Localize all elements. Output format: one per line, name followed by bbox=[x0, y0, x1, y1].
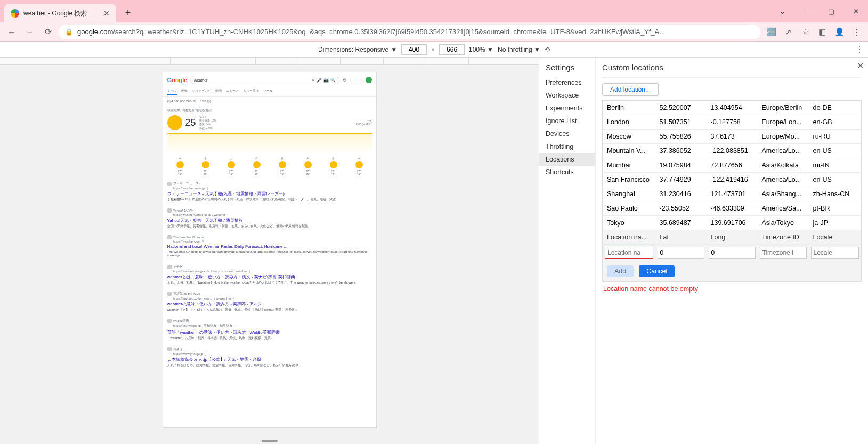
browser-tab[interactable]: weather - Google 検索 ✕ bbox=[4, 4, 116, 22]
search-tab[interactable]: ニュース bbox=[226, 88, 239, 95]
maximize-icon[interactable]: ▢ bbox=[819, 0, 843, 22]
forecast-day[interactable]: 土27°19° bbox=[218, 157, 244, 176]
forward-button[interactable]: → bbox=[22, 25, 37, 39]
devtools-settings-panel: Settings PreferencesWorkspaceExperiments… bbox=[539, 58, 868, 444]
search-result[interactable]: 英ナビ!https://www.ei-navi.jp › dictionary … bbox=[163, 261, 376, 288]
table-row[interactable]: São Paulo-23.55052-46.633309America/Sa..… bbox=[603, 201, 862, 216]
search-result[interactable]: The Weather Channelhttps://weather.com ⋮… bbox=[163, 232, 376, 262]
locale-input[interactable] bbox=[811, 247, 859, 259]
search-result[interactable]: Weblio辞書https://ejje.weblio.jp › 英和辞典・和英… bbox=[163, 316, 376, 344]
google-logo[interactable]: Google bbox=[167, 77, 188, 83]
forecast-day[interactable]: 金27°19° bbox=[193, 157, 218, 176]
gear-icon[interactable]: ⚙ bbox=[343, 78, 346, 83]
location-name-input[interactable] bbox=[605, 247, 653, 259]
weather-card: 検索結果: 関連地点 地域を選択 : 25 °C | °F 降水確率: 15%湿… bbox=[163, 106, 376, 178]
bookmark-icon[interactable]: ☆ bbox=[798, 25, 813, 39]
forecast-day[interactable]: 木27°19° bbox=[167, 157, 193, 176]
search-tab[interactable]: 動画 bbox=[215, 88, 222, 95]
apps-icon[interactable]: ⋮⋮⋮ bbox=[350, 78, 362, 83]
action-row: Add Cancel bbox=[602, 261, 862, 282]
reload-button[interactable]: ⟳ bbox=[40, 25, 55, 39]
sidebar-item-shortcuts[interactable]: Shortcuts bbox=[539, 166, 595, 179]
dimensions-select[interactable]: Dimensions: Responsive ▼ bbox=[318, 46, 397, 53]
device-viewport: Google weather ✕ 🎤 📷 🔍 ⚙ ⋮⋮⋮ すべて画像ショッピング… bbox=[0, 58, 539, 444]
panel-title: Custom locations bbox=[602, 63, 862, 72]
minimize-icon[interactable]: — bbox=[794, 0, 819, 22]
height-input[interactable] bbox=[439, 44, 465, 55]
sidebar-item-preferences[interactable]: Preferences bbox=[539, 76, 595, 89]
table-row[interactable]: Mumbai19.07598472.877656Asia/Kolkatamr-I… bbox=[603, 158, 862, 173]
table-header: Location na...LatLongTimezone IDLocale bbox=[603, 230, 862, 245]
table-row[interactable]: London51.507351-0.127758Europe/Lon...en-… bbox=[603, 115, 862, 130]
avatar[interactable] bbox=[366, 77, 372, 83]
menu-icon[interactable]: ⋮ bbox=[849, 25, 864, 39]
new-tab-button[interactable]: + bbox=[120, 5, 135, 20]
close-icon[interactable]: ✕ bbox=[843, 0, 868, 22]
device-toolbar: Dimensions: Responsive ▼ × 100% ▼ No thr… bbox=[0, 42, 868, 58]
sidebar-item-locations[interactable]: Locations bbox=[539, 153, 595, 166]
search-tab[interactable]: ツール bbox=[263, 88, 273, 95]
settings-sidebar: Settings PreferencesWorkspaceExperiments… bbox=[539, 58, 596, 444]
long-input[interactable] bbox=[709, 247, 756, 259]
table-row[interactable]: Moscow55.75582637.6173Europe/Mo...ru-RU bbox=[603, 130, 862, 144]
lat-input[interactable] bbox=[658, 247, 704, 259]
search-tab[interactable]: すべて bbox=[167, 88, 177, 95]
table-row[interactable]: Mountain V...37.386052-122.083851America… bbox=[603, 144, 862, 158]
chevron-down-icon[interactable]: ⌄ bbox=[770, 0, 794, 22]
forecast-day[interactable]: 火27°19° bbox=[295, 157, 321, 176]
cancel-button[interactable]: Cancel bbox=[639, 265, 675, 277]
lens-icon[interactable]: 📷 bbox=[323, 78, 329, 83]
tab-close-icon[interactable]: ✕ bbox=[103, 9, 110, 18]
timezone-input[interactable] bbox=[760, 247, 807, 259]
address-bar: ← → ⟳ 🔒 google.com/search?q=weather&rlz=… bbox=[0, 22, 868, 42]
mic-icon[interactable]: 🎤 bbox=[317, 78, 322, 83]
clear-icon[interactable]: ✕ bbox=[311, 78, 315, 83]
search-result[interactable]: ウェザーニュースhttps://weathernews.jp ⋮ウェザーニュース… bbox=[163, 178, 376, 205]
ruler bbox=[0, 58, 539, 65]
search-tab[interactable]: ショッピング bbox=[192, 88, 211, 95]
forecast-day[interactable]: 日27°19° bbox=[244, 157, 270, 176]
zoom-select[interactable]: 100% ▼ bbox=[469, 46, 493, 53]
profile-icon[interactable]: 👤 bbox=[832, 25, 847, 39]
sidebar-item-ignore-list[interactable]: Ignore List bbox=[539, 115, 595, 127]
search-result[interactable]: 英辞郎 on the WEBhttps://eow.alc.co.jp › se… bbox=[163, 288, 376, 316]
search-result[interactable]: 気象庁https://www.jma.go.jp ⋮日本気象協会 tenki.j… bbox=[163, 344, 376, 371]
add-button[interactable]: Add bbox=[607, 265, 634, 277]
sun-icon bbox=[167, 115, 182, 130]
search-result[interactable]: Yahoo! JAPANhttps://weather.yahoo.co.jp … bbox=[163, 205, 376, 232]
translate-icon[interactable]: 🔤 bbox=[764, 25, 778, 39]
error-message: Location name cannot be empty bbox=[602, 282, 862, 296]
url-input[interactable]: 🔒 google.com/search?q=weather&rlz=1C1YTU… bbox=[59, 25, 760, 39]
url-path: /search?q=weather&rlz=1C1YTUH_zh-CNHK102… bbox=[113, 28, 665, 36]
search-tab[interactable]: もっと見る bbox=[243, 88, 259, 95]
table-row[interactable]: Shanghai31.230416121.473701Asia/Shang...… bbox=[603, 187, 862, 201]
devtools-more-icon[interactable]: ⋮ bbox=[855, 44, 864, 54]
table-row[interactable]: San Francisco37.774929-122.419416America… bbox=[603, 173, 862, 187]
sidebar-item-workspace[interactable]: Workspace bbox=[539, 89, 595, 102]
temp-chart bbox=[167, 133, 372, 155]
search-input[interactable]: weather ✕ 🎤 📷 🔍 bbox=[190, 76, 339, 84]
toolbar-icons: 🔤 ↗ ☆ ◧ 👤 ⋮ bbox=[764, 25, 864, 39]
forecast-day[interactable]: 水27°19° bbox=[321, 157, 346, 176]
width-input[interactable] bbox=[401, 44, 427, 55]
table-row[interactable]: Tokyo35.689487139.691706Asia/Tokyoja-JP bbox=[603, 216, 862, 230]
search-icon[interactable]: 🔍 bbox=[330, 78, 336, 83]
rotate-icon[interactable]: ⟲ bbox=[545, 46, 550, 53]
forecast-day[interactable]: 木27°19° bbox=[346, 157, 372, 176]
vertical-resize-handle[interactable] bbox=[262, 440, 278, 442]
locations-table: Berlin52.52000713.404954Europe/Berlinde-… bbox=[602, 100, 862, 261]
result-stats: 約 4,870,000,000 件 （0.38 秒） bbox=[163, 97, 376, 106]
search-tab[interactable]: 画像 bbox=[181, 88, 188, 95]
sidebar-item-devices[interactable]: Devices bbox=[539, 127, 595, 140]
sidebar-item-throttling[interactable]: Throttling bbox=[539, 140, 595, 153]
extensions-icon[interactable]: ◧ bbox=[815, 25, 830, 39]
throttle-select[interactable]: No throttling ▼ bbox=[498, 46, 540, 53]
add-location-button[interactable]: Add location... bbox=[602, 83, 659, 96]
table-row[interactable]: Berlin52.52000713.404954Europe/Berlinde-… bbox=[603, 101, 862, 115]
back-button[interactable]: ← bbox=[4, 25, 19, 39]
sidebar-item-experiments[interactable]: Experiments bbox=[539, 102, 595, 115]
forecast-day[interactable]: 月27°19° bbox=[270, 157, 295, 176]
share-icon[interactable]: ↗ bbox=[781, 25, 796, 39]
window-controls: ⌄ — ▢ ✕ bbox=[770, 0, 868, 22]
close-panel-icon[interactable]: ✕ bbox=[857, 61, 864, 71]
